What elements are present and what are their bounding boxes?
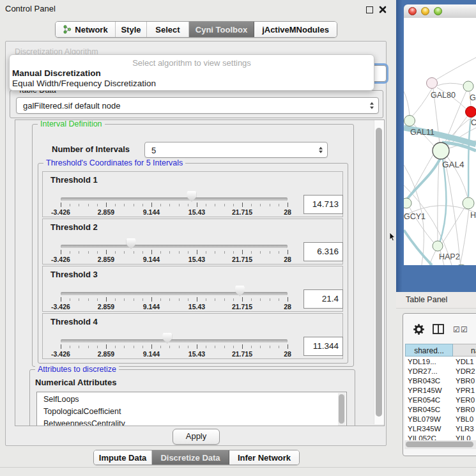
node-gal11[interactable] bbox=[404, 116, 415, 127]
tab-network[interactable]: Network bbox=[56, 22, 116, 37]
tab-jactivemnodules[interactable]: jActiveMNodules bbox=[254, 22, 337, 37]
cell-shared-name[interactable]: YBR045C bbox=[408, 405, 452, 415]
cell-shared-name[interactable]: YDR27... bbox=[408, 367, 452, 376]
network-window-titlebar[interactable] bbox=[404, 4, 476, 19]
threshold-slider[interactable]: -3.4262.8599.14415.4321.71528 bbox=[43, 314, 342, 358]
table-row[interactable]: YBL079WYBL0 bbox=[405, 415, 476, 424]
attribute-list-item[interactable]: BetweennessCentrality bbox=[43, 418, 125, 426]
table-row[interactable]: YLR345WYLR3 bbox=[405, 424, 476, 434]
numerical-attributes-list[interactable]: SelfLoopsTopologicalCoefficientBetweenne… bbox=[36, 392, 347, 426]
cell-shared-name[interactable]: YBR043C bbox=[408, 376, 452, 386]
slider-tick bbox=[142, 298, 143, 301]
tab-infer-network[interactable]: Infer Network bbox=[229, 450, 299, 464]
slider-tick bbox=[97, 251, 98, 254]
threshold-slider[interactable]: -3.4262.8599.14415.4321.71528 bbox=[43, 172, 342, 217]
cell-name[interactable]: YLR3 bbox=[456, 424, 476, 434]
cell-name[interactable]: YBL0 bbox=[456, 415, 476, 424]
attribute-list-item[interactable]: TopologicalCoefficient bbox=[43, 406, 121, 418]
threshold-value-field[interactable]: 14.713 bbox=[303, 195, 343, 214]
node-attribute-table[interactable]: shared... name YDL19...YDL1YDR27...YDR2Y… bbox=[405, 344, 476, 449]
cell-name[interactable]: YER0 bbox=[456, 395, 476, 405]
table-row[interactable]: YDL19...YDL1 bbox=[405, 357, 476, 367]
attributes-list-scrollbar[interactable] bbox=[338, 393, 346, 426]
threshold-slider[interactable]: -3.4262.8599.14415.4321.71528 bbox=[43, 219, 342, 264]
cell-shared-name[interactable]: YLR345W bbox=[408, 424, 452, 434]
slider-tick bbox=[115, 298, 116, 301]
cell-shared-name[interactable]: YPR145W bbox=[408, 386, 452, 395]
slider-tick bbox=[134, 251, 134, 254]
table-row[interactable]: YBR043CYBR0 bbox=[405, 376, 476, 386]
cell-name[interactable]: YPR1 bbox=[456, 386, 476, 395]
tab-style[interactable]: Style bbox=[116, 22, 147, 37]
tab-select[interactable]: Select bbox=[147, 22, 189, 37]
column-header-name[interactable]: name bbox=[453, 344, 476, 357]
cell-name[interactable]: YDR2 bbox=[456, 367, 476, 376]
threshold-slider[interactable]: -3.4262.8599.14415.4321.71528 bbox=[43, 266, 342, 311]
cell-shared-name[interactable]: YDL19... bbox=[408, 357, 452, 367]
scrollbar-thumb[interactable] bbox=[406, 441, 473, 447]
slider-tick bbox=[224, 298, 225, 301]
threshold-value-field[interactable]: 21.4 bbox=[303, 289, 343, 309]
slider-tick bbox=[206, 346, 206, 348]
slider-tick-label: 15.43 bbox=[188, 303, 205, 311]
slider-tick bbox=[79, 204, 79, 206]
table-row[interactable]: YDR27...YDR2 bbox=[405, 367, 476, 376]
close-light-icon[interactable] bbox=[408, 7, 417, 15]
threshold-value-field[interactable]: 6.316 bbox=[303, 242, 343, 261]
close-icon[interactable] bbox=[378, 5, 387, 14]
network-window-frame[interactable]: GAL80 GA C GAL11 GAL4 GCY1 H HAP2 bbox=[396, 0, 476, 292]
minimize-light-icon[interactable] bbox=[421, 7, 429, 15]
checkbox-checked-icon[interactable]: ☑ bbox=[461, 326, 468, 334]
node-highlighted-red[interactable] bbox=[466, 107, 476, 118]
cell-shared-name[interactable]: YBL079W bbox=[408, 415, 452, 424]
column-header-shared-name[interactable]: shared... bbox=[405, 344, 453, 357]
dropdown-option-equal-width-frequency[interactable]: Equal Width/Frequency Discretization bbox=[12, 79, 156, 88]
cell-name[interactable]: YBR0 bbox=[456, 376, 476, 386]
cell-name[interactable]: YBR0 bbox=[456, 405, 476, 415]
tab-cyni-toolbox[interactable]: Cyni Toolbox bbox=[189, 22, 254, 37]
table-row[interactable]: YBR045CYBR0 bbox=[405, 405, 476, 415]
node-gcy1[interactable] bbox=[404, 198, 411, 208]
slider-tick-label: 2.859 bbox=[98, 208, 114, 216]
gear-icon[interactable] bbox=[413, 324, 424, 335]
node-gal80[interactable] bbox=[427, 78, 438, 89]
slider-track[interactable] bbox=[61, 245, 288, 248]
apply-button[interactable]: Apply bbox=[173, 429, 220, 445]
scrollbar-thumb[interactable] bbox=[339, 394, 344, 424]
float-icon[interactable] bbox=[366, 6, 373, 13]
dropdown-option-manual-discretization[interactable]: Manual Discretization bbox=[12, 68, 101, 78]
table-row[interactable]: YER054CYER0 bbox=[405, 395, 476, 405]
slider-tick bbox=[197, 203, 197, 207]
number-of-intervals-combobox[interactable]: 5 bbox=[144, 142, 328, 158]
attribute-list-item[interactable]: SelfLoops bbox=[43, 394, 79, 406]
network-canvas[interactable]: GAL80 GA C GAL11 GAL4 GCY1 H HAP2 bbox=[404, 18, 476, 265]
node-partial-bottom[interactable] bbox=[455, 265, 468, 265]
threshold-value-field[interactable]: 11.344 bbox=[303, 337, 343, 356]
tab-impute-data[interactable]: Impute Data bbox=[94, 450, 152, 464]
control-panel-tabs: NetworkStyleSelectCyni ToolboxjActiveMNo… bbox=[55, 21, 337, 38]
table-data-combobox[interactable]: galFiltered.sif default node bbox=[16, 97, 379, 114]
node-label: GCY1 bbox=[404, 212, 426, 221]
tab-discretize-data[interactable]: Discretize Data bbox=[152, 450, 229, 464]
table-horizontal-scrollbar[interactable] bbox=[404, 440, 476, 449]
cell-name[interactable]: YDL1 bbox=[456, 357, 476, 367]
slider-track[interactable] bbox=[61, 292, 288, 295]
cell-shared-name[interactable]: YER054C bbox=[408, 395, 452, 405]
checkbox-checked-icon[interactable]: ☑ bbox=[453, 326, 460, 334]
split-column-icon[interactable] bbox=[433, 324, 444, 334]
node-h[interactable] bbox=[463, 197, 474, 209]
slider-tick-label: 15.43 bbox=[188, 256, 205, 263]
zoom-light-icon[interactable] bbox=[434, 7, 442, 15]
table-row[interactable]: YPR145WYPR1 bbox=[405, 386, 476, 395]
slider-track[interactable] bbox=[61, 339, 288, 342]
node-hap2[interactable] bbox=[433, 241, 443, 251]
slider-tick bbox=[279, 346, 279, 348]
scrollbar-thumb[interactable] bbox=[376, 128, 382, 417]
node-ga[interactable] bbox=[463, 81, 473, 91]
interval-definition-group: Interval Definition Number of Intervals … bbox=[32, 124, 354, 367]
slider-track[interactable] bbox=[61, 197, 288, 201]
node-gal4[interactable] bbox=[433, 142, 449, 159]
settings-vertical-scrollbar[interactable] bbox=[374, 120, 384, 424]
slider-tick bbox=[79, 346, 79, 348]
slider-tick bbox=[97, 346, 98, 348]
